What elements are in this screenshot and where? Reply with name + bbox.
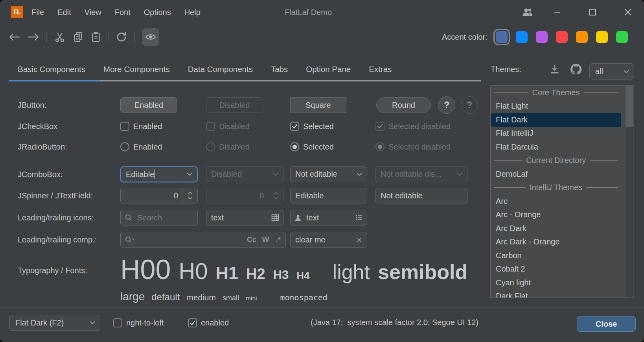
spinner[interactable]: 0	[120, 188, 198, 203]
text-input[interactable]	[206, 213, 271, 222]
textfield-editable-input[interactable]	[291, 191, 367, 200]
cut-button[interactable]	[54, 31, 66, 43]
enabled-checkbox[interactable]: enabled	[188, 315, 229, 331]
theme-filter-combobox[interactable]: all	[589, 63, 634, 79]
textfield-editable[interactable]	[290, 188, 367, 203]
list-icon[interactable]	[355, 214, 367, 221]
show-hover-toggle-button[interactable]	[142, 28, 159, 46]
accent-swatch-orange[interactable]	[576, 31, 588, 43]
forward-button[interactable]	[28, 33, 39, 41]
combobox-editable[interactable]: Editable	[120, 166, 198, 182]
clear-x-icon[interactable]	[356, 237, 367, 243]
menu-file[interactable]: File	[31, 8, 44, 17]
menu-bar: File Edit View Font Options Help	[31, 0, 201, 24]
menu-view[interactable]: View	[85, 8, 101, 17]
jcombobox-row: JComboBox: Editable Disabled Not editabl…	[0, 166, 459, 182]
theme-item-demolaf[interactable]: DemoLaf	[491, 167, 621, 181]
check-icon	[377, 123, 383, 130]
refresh-button[interactable]	[116, 31, 127, 43]
round-button[interactable]: Round	[376, 97, 431, 113]
chevron-down-icon	[452, 172, 467, 176]
search-input[interactable]	[132, 213, 197, 222]
text-field-user-list[interactable]	[290, 210, 367, 226]
match-case-button[interactable]: Cc	[244, 235, 259, 244]
theme-item-carbon[interactable]: Carbon	[491, 249, 621, 263]
theme-group-separator: IntelliJ Themes	[491, 181, 621, 195]
tab-more-components[interactable]: More Components	[94, 65, 179, 74]
textfield-not-editable[interactable]	[375, 188, 467, 203]
menu-options[interactable]: Options	[144, 8, 171, 17]
refresh-icon	[116, 31, 127, 43]
menu-edit[interactable]: Edit	[57, 8, 71, 17]
theme-item-cobalt-2[interactable]: Cobalt 2	[491, 263, 621, 276]
close-window-button[interactable]	[621, 0, 635, 24]
radio-selected[interactable]: Selected	[290, 142, 334, 152]
theme-item-flat-dark[interactable]: Flat Dark	[491, 113, 621, 127]
paste-button[interactable]	[91, 31, 101, 43]
themes-scrollbar[interactable]	[626, 86, 633, 298]
search-field-with-options[interactable]: Cc W .*	[120, 232, 286, 248]
accent-swatch-blue-muted[interactable]	[496, 31, 508, 43]
accent-swatch-purple[interactable]	[536, 31, 548, 43]
radio-circle-selected	[290, 142, 299, 152]
tab-option-pane[interactable]: Option Pane	[297, 65, 360, 74]
textfield-not-editable-input	[376, 191, 467, 200]
jcheckbox-row: JCheckBox Enabled Disabled Selected Sele…	[0, 118, 459, 134]
accent-swatch-yellow[interactable]	[596, 31, 608, 43]
menu-font[interactable]: Font	[115, 8, 131, 17]
text-field-table[interactable]	[206, 210, 283, 226]
theme-item-arc-orange[interactable]: Arc - Orange	[491, 208, 621, 222]
text-input[interactable]	[302, 213, 355, 222]
checkbox-selected[interactable]: Selected	[290, 122, 334, 131]
radio-enabled[interactable]: Enabled	[120, 142, 162, 152]
theme-item-flat-intellij[interactable]: Flat IntelliJ	[491, 127, 621, 140]
square-button[interactable]: Square	[290, 97, 346, 113]
accent-swatch-blue[interactable]	[516, 31, 528, 43]
help-button[interactable]: ?	[438, 96, 455, 114]
checkbox-enabled[interactable]: Enabled	[120, 122, 162, 131]
themes-scrollbar-thumb[interactable]	[626, 86, 633, 127]
chevron-down-icon[interactable]	[182, 172, 197, 176]
leading-comp-label: Leading/trailing comp.:	[18, 235, 97, 244]
theme-item-arc[interactable]: Arc	[491, 194, 621, 208]
theme-item-cyan-light[interactable]: Cyan light	[491, 276, 621, 290]
close-button[interactable]: Close	[577, 316, 636, 332]
sample-h00: H00	[120, 254, 171, 285]
check-icon	[291, 123, 298, 130]
copy-button[interactable]	[73, 31, 84, 43]
accent-swatch-red[interactable]	[556, 31, 568, 43]
rtl-checkbox[interactable]: right-to-left	[113, 315, 164, 331]
clearable-field[interactable]	[290, 232, 367, 248]
search-dropdown-icon[interactable]	[121, 236, 135, 244]
tab-data-components[interactable]: Data Components	[179, 65, 262, 74]
tab-basic-components[interactable]: Basic Components	[9, 65, 94, 74]
back-button[interactable]	[9, 33, 20, 41]
theme-item-flat-darcula[interactable]: Flat Darcula	[491, 140, 621, 154]
accent-swatch-green[interactable]	[616, 31, 628, 43]
clearable-input[interactable]	[291, 235, 356, 244]
search-with-options-input[interactable]	[135, 235, 244, 244]
regex-button[interactable]: .*	[272, 235, 285, 244]
minimize-button[interactable]	[550, 0, 564, 24]
theme-item-arc-dark-orange[interactable]: Arc Dark - Orange	[491, 235, 621, 249]
laf-combobox[interactable]: Flat Dark (F2)	[9, 315, 100, 331]
enabled-button[interactable]: Enabled	[120, 97, 177, 113]
table-icon	[271, 214, 283, 221]
toolbar-separator	[108, 31, 109, 43]
theme-item-arc-dark[interactable]: Arc Dark	[491, 222, 621, 235]
maximize-button[interactable]	[586, 0, 599, 24]
download-theme-button[interactable]	[547, 61, 563, 77]
spinner-arrows-icon[interactable]	[182, 191, 197, 200]
theme-item-dark-flat[interactable]: Dark Flat	[491, 290, 621, 298]
theme-item-flat-light[interactable]: Flat Light	[491, 100, 621, 113]
radio-circle	[120, 142, 129, 152]
menu-help[interactable]: Help	[184, 8, 201, 17]
combobox-not-editable[interactable]: Not editable	[290, 166, 367, 182]
whole-word-button[interactable]: W	[259, 235, 272, 244]
tab-tabs[interactable]: Tabs	[262, 65, 297, 74]
help-button-disabled: ?	[461, 96, 478, 114]
users-button[interactable]	[521, 0, 534, 24]
search-field[interactable]	[120, 210, 198, 226]
tab-extras[interactable]: Extras	[360, 65, 401, 74]
github-button[interactable]	[568, 61, 584, 77]
